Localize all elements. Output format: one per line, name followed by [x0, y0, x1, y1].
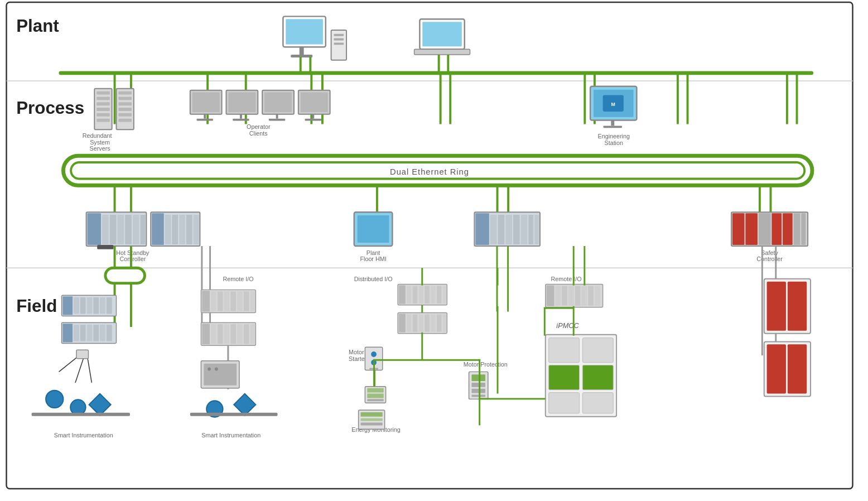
- svg-rect-242: [544, 307, 546, 336]
- svg-rect-110: [794, 213, 801, 245]
- svg-rect-186: [418, 314, 423, 331]
- redundant-servers-label2: System: [90, 139, 110, 146]
- svg-rect-194: [421, 333, 423, 360]
- svg-rect-176: [413, 286, 418, 304]
- svg-rect-174: [399, 286, 406, 304]
- svg-rect-202: [367, 394, 383, 398]
- svg-rect-114: [130, 283, 132, 327]
- svg-rect-136: [93, 325, 99, 341]
- svg-rect-243: [479, 359, 480, 399]
- svg-rect-213: [573, 246, 575, 286]
- svg-rect-117: [201, 246, 202, 328]
- svg-point-169: [215, 368, 218, 371]
- svg-rect-240: [479, 398, 546, 399]
- svg-rect-49: [197, 119, 213, 121]
- svg-rect-207: [562, 286, 567, 306]
- svg-rect-111: [801, 213, 806, 245]
- svg-rect-53: [233, 119, 249, 121]
- svg-rect-241: [544, 307, 574, 309]
- svg-rect-90: [179, 215, 185, 244]
- svg-rect-81: [110, 215, 117, 244]
- svg-rect-96: [475, 213, 489, 245]
- remote-io-label-1: Remote I/O: [223, 276, 254, 282]
- svg-rect-121: [761, 246, 763, 355]
- svg-rect-191: [497, 268, 499, 285]
- svg-rect-201: [367, 388, 383, 393]
- svg-rect-154: [244, 291, 249, 311]
- svg-rect-79: [97, 245, 113, 249]
- svg-rect-89: [172, 215, 178, 244]
- svg-rect-99: [505, 215, 512, 244]
- svg-rect-135: [87, 325, 93, 341]
- svg-rect-134: [80, 325, 86, 341]
- svg-rect-149: [211, 291, 216, 311]
- svg-rect-66: [611, 121, 614, 126]
- svg-rect-84: [133, 215, 139, 244]
- plant-bus: [59, 71, 813, 75]
- svg-rect-157: [202, 324, 210, 344]
- svg-rect-101: [521, 215, 528, 244]
- svg-rect-232: [767, 282, 786, 331]
- svg-rect-35: [97, 102, 110, 105]
- svg-rect-43: [118, 108, 132, 111]
- svg-rect-31: [796, 72, 798, 124]
- plant-floor-hmi-label2: Floor HMI: [360, 256, 386, 262]
- svg-rect-235: [767, 344, 786, 393]
- svg-rect-10: [334, 42, 344, 45]
- svg-rect-55: [264, 93, 292, 112]
- svg-rect-188: [431, 314, 436, 331]
- svg-rect-15: [414, 49, 470, 55]
- svg-rect-97: [490, 215, 497, 244]
- svg-rect-80: [102, 215, 109, 244]
- motor-protection-label: Motor Protection: [464, 361, 508, 368]
- svg-rect-153: [237, 291, 243, 311]
- svg-rect-155: [250, 291, 255, 311]
- svg-rect-87: [152, 213, 164, 245]
- svg-rect-115: [114, 246, 116, 269]
- smart-instr-label-1: Smart Instrumentation: [54, 432, 113, 439]
- svg-rect-47: [192, 93, 220, 112]
- svg-rect-138: [107, 325, 112, 341]
- svg-rect-94: [358, 215, 389, 243]
- svg-rect-85: [141, 215, 146, 244]
- svg-rect-229: [361, 418, 383, 421]
- svg-rect-33: [97, 91, 110, 95]
- svg-rect-190: [443, 314, 446, 331]
- svg-rect-245: [373, 359, 375, 387]
- svg-rect-180: [437, 286, 442, 304]
- svg-rect-137: [100, 325, 105, 341]
- svg-rect-48: [204, 114, 206, 119]
- distributed-io-label: Distributed I/O: [354, 276, 393, 282]
- svg-rect-244: [373, 359, 480, 361]
- svg-rect-82: [117, 215, 124, 244]
- svg-rect-60: [312, 114, 314, 119]
- svg-rect-26: [584, 72, 586, 124]
- svg-rect-116: [130, 246, 132, 269]
- remote-io-label-2: Remote I/O: [551, 276, 582, 282]
- svg-rect-92: [194, 215, 199, 244]
- svg-rect-183: [399, 314, 406, 332]
- svg-rect-125: [74, 297, 79, 314]
- svg-rect-83: [125, 215, 132, 244]
- svg-rect-178: [425, 286, 430, 304]
- svg-rect-142: [76, 350, 89, 359]
- svg-rect-5: [300, 47, 304, 55]
- svg-point-168: [208, 368, 211, 371]
- svg-rect-127: [87, 297, 93, 314]
- svg-rect-193: [421, 305, 423, 313]
- svg-rect-98: [498, 215, 504, 244]
- svg-rect-164: [250, 324, 255, 344]
- hot-standby-label: Hot Standby: [116, 249, 150, 256]
- svg-rect-152: [230, 291, 236, 311]
- plant-label: Plant: [16, 16, 59, 36]
- svg-rect-124: [62, 296, 73, 315]
- svg-rect-126: [80, 297, 86, 314]
- svg-rect-217: [549, 365, 580, 390]
- svg-rect-211: [588, 286, 594, 306]
- svg-rect-40: [118, 91, 132, 95]
- redundant-servers-label3: Servers: [90, 145, 110, 152]
- svg-rect-208: [568, 286, 574, 306]
- svg-rect-158: [211, 324, 216, 344]
- svg-rect-203: [367, 399, 383, 401]
- svg-rect-238: [573, 306, 575, 336]
